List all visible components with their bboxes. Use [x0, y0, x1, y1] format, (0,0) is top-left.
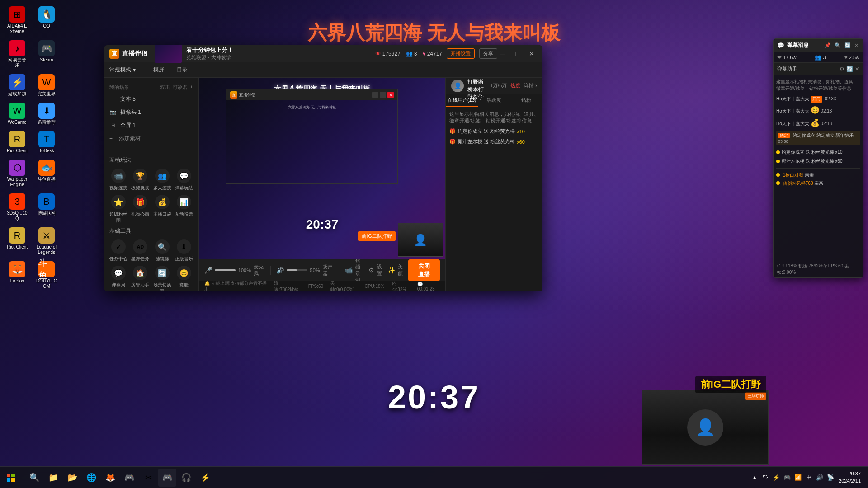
tray-app1[interactable]: ⚡ — [772, 473, 781, 482]
chat-panel: 💬 弹幕消息 📌 🔍 🔄 ✕ ❤ 17.6w 👥 3 ♥ 2.5w 弹幕助手 ⚙… — [773, 38, 863, 278]
taskbar-explorer[interactable]: 📁 — [44, 469, 62, 487]
taskbar-headset[interactable]: 🎧 — [177, 469, 195, 487]
desktop-icon-riot[interactable]: R Riot Client — [5, 129, 30, 155]
sidebar-divider-1 — [104, 149, 198, 149]
interaction-host-pocket[interactable]: 💰 主播口袋 — [153, 195, 171, 224]
desktop-icon-steam[interactable]: 🎮 Steam — [34, 38, 59, 70]
taskbar-firefox[interactable]: 🦊 — [101, 469, 119, 487]
taskbar-search[interactable]: 🔍 — [25, 469, 43, 487]
taskbar-steam-tray[interactable]: 🎮 — [158, 469, 176, 487]
chat-search-icon[interactable]: 🔍 — [834, 42, 842, 49]
tool-task-center[interactable]: ✓ 任务中心 — [109, 239, 127, 262]
layout-btn[interactable]: 模屏 — [151, 65, 167, 75]
desktop-icon-douyu2[interactable]: 斗鱼 DOUYU.COM — [34, 259, 59, 291]
desktop-icon-thunder[interactable]: ⬇ 迅雷推荐 — [34, 101, 59, 127]
tab-diamond[interactable]: 钻粉 — [510, 94, 542, 107]
share-button[interactable]: 分享 — [479, 48, 497, 59]
tool-music[interactable]: ⬇ 正版音乐 — [175, 239, 193, 262]
taskbar-power[interactable]: ⚡ — [196, 469, 214, 487]
gift-message-2: 🎁 椰汁左尔梗 送 粉丝荧光棒 x60 — [449, 138, 539, 145]
tray-wifi[interactable]: 📡 — [826, 473, 835, 482]
tray-expand[interactable]: ▲ — [750, 473, 759, 482]
mode-selector[interactable]: 常规模式 ▾ — [109, 66, 136, 74]
speaker-slider[interactable] — [287, 269, 307, 271]
tool-barrage[interactable]: 💬 弹幕局 — [109, 266, 127, 291]
desktop-icon-perfect[interactable]: W 完美世界 — [34, 72, 59, 99]
desktop-icon-lol[interactable]: ⚔ League of Legends — [34, 225, 59, 257]
interaction-vote[interactable]: 📊 互动投票 — [175, 195, 193, 224]
challenge-icon: 🏆 — [133, 169, 147, 183]
settings-icon[interactable]: ⚙ — [368, 267, 374, 274]
interaction-barrage[interactable]: 💬 弹幕玩法 — [175, 169, 193, 191]
desktop-icon-gameboost[interactable]: ⚡ 游戏加加 — [5, 72, 30, 99]
status-time: 🕐 00:01:23 — [417, 282, 440, 291]
scene-switcher-icon: 🔄 — [155, 266, 170, 280]
chat-title-icon: 💬 — [777, 42, 784, 49]
taskbar-game[interactable]: 🎮 — [120, 469, 138, 487]
bottom-text-1: 亲亲 — [805, 173, 814, 178]
scene-item-fullscreen[interactable]: ⊞ 全屏 1 — [104, 119, 198, 132]
chat-pin-icon[interactable]: 📌 — [824, 42, 832, 49]
desktop-icon-netease[interactable]: ♪ 网易云音乐 — [5, 38, 30, 70]
tool-face[interactable]: 😊 赏脸 — [175, 266, 193, 291]
bottom-user-2: 倚斜杯风摇768 — [783, 181, 813, 186]
tray-network[interactable]: 📶 — [793, 473, 802, 482]
start-button[interactable] — [0, 467, 22, 488]
tray-volume[interactable]: 🔊 — [815, 473, 824, 482]
desktop-icon-todesk[interactable]: T ToDesk — [34, 129, 59, 155]
desktop-icon-wecame[interactable]: W WeCame — [5, 101, 30, 127]
chat-refresh-icon[interactable]: 🔄 — [844, 42, 852, 49]
desktop-icon-douyu1[interactable]: 🐟 斗鱼直播 — [34, 158, 59, 189]
close-button[interactable]: ✕ — [526, 48, 537, 59]
interaction-multi-link[interactable]: 👥 多人连麦 — [153, 169, 171, 191]
scene-item-text[interactable]: T 文本 5 — [104, 93, 198, 106]
beauty-icon[interactable]: ✨ — [387, 267, 395, 274]
interaction-video-link[interactable]: 📹 视频连麦 — [109, 169, 127, 191]
maximize-button[interactable]: □ — [512, 48, 523, 59]
desktop-icon-aida[interactable]: ⊞ AIDAb4 Extreme — [5, 5, 30, 36]
tray-app2[interactable]: 🎮 — [783, 473, 792, 482]
interaction-gift-wish[interactable]: 🎁 礼物心愿 — [131, 195, 149, 224]
chat-divider — [776, 168, 860, 169]
barrage-settings-icon[interactable]: ⚙ — [840, 66, 844, 72]
desktop-icon-qq[interactable]: 🐧 QQ — [34, 5, 59, 36]
desktop-icon-boyou[interactable]: B 博游联网 — [34, 192, 59, 223]
tray-input-lang[interactable]: 中 — [804, 473, 813, 482]
chat-close-icon[interactable]: ✕ — [854, 42, 859, 49]
tab-online-users[interactable]: 在线用户(13) — [446, 94, 478, 107]
desktop-icon-wallpaper[interactable]: ⬡ Wallpaper Engine — [5, 158, 30, 189]
go-live-button[interactable]: 关闭直播 — [408, 259, 440, 281]
tool-filter[interactable]: 🔍 滤镜筛 — [153, 239, 171, 262]
tab-activity[interactable]: 活跃度 — [478, 94, 510, 107]
mic-control: 🎤 100% 麦克风 — [204, 263, 265, 277]
interaction-super-fan[interactable]: ⭐ 超级粉丝圈 — [109, 195, 127, 224]
add-scene-icon[interactable]: + — [190, 84, 193, 91]
record-icon[interactable]: 📹 — [345, 267, 353, 274]
taskbar-scissors[interactable]: ✂ — [139, 469, 157, 487]
speaker-icon[interactable]: 🔊 — [276, 267, 284, 274]
tool-star-task[interactable]: AD 星海任务 — [131, 239, 149, 262]
detail-link[interactable]: 详情 › — [524, 82, 537, 89]
scene-item-camera[interactable]: 📷 摄像头 1 — [104, 106, 198, 119]
open-live-button[interactable]: 开播设置 — [447, 48, 475, 59]
mic-slider[interactable] — [215, 269, 236, 271]
tool-room-admin[interactable]: 🏠 房管助手 — [131, 266, 149, 291]
mic-icon[interactable]: 🎤 — [204, 267, 212, 274]
tool-scene-switcher[interactable]: 🔄 场景切换器 — [153, 266, 171, 291]
taskbar-chrome[interactable]: 🌐 — [82, 469, 100, 487]
desktop-icon-3d[interactable]: 3 3DsQ...10Q — [5, 192, 30, 223]
desktop-icon-riot2[interactable]: R Riot Client — [5, 225, 30, 257]
add-material-button[interactable]: + + 添加素材 — [104, 132, 198, 145]
layout-btn-2[interactable]: 目录 — [174, 65, 190, 75]
barrage-refresh-icon[interactable]: 🔄 — [846, 66, 853, 72]
barrage-close-icon[interactable]: ✕ — [855, 66, 859, 72]
lol-icon: ⚔ — [38, 227, 55, 244]
taskbar-folder[interactable]: 📂 — [63, 469, 81, 487]
minimize-button[interactable]: ─ — [497, 48, 508, 59]
interaction-challenge[interactable]: 🏆 板凳挑战 — [131, 169, 149, 191]
tray-antivirus[interactable]: 🛡 — [761, 473, 770, 482]
stream-status-bar: 🔔 功能上新!支持部分声音不播出 流速:7862kb/s FPS:60 丢帧:0… — [199, 281, 445, 291]
desktop-icon-firefox[interactable]: 🦊 Firefox — [5, 259, 30, 291]
music-icon: ⬇ — [177, 239, 191, 254]
nested-preview: 直 直播伴侣 ─ □ ✕ 六界八荒四海 无人与我来叫板 — [226, 89, 398, 184]
